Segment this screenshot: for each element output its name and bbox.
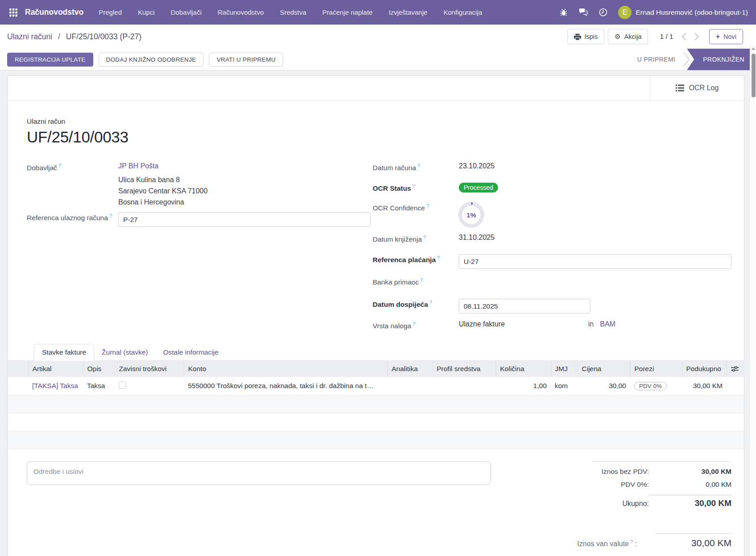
apps-grid-icon[interactable] — [8, 7, 19, 18]
printer-icon — [574, 33, 581, 40]
stage-draft[interactable]: U PRIPREMI — [637, 56, 683, 63]
col-konto[interactable]: Konto — [184, 361, 387, 377]
stage-posted[interactable]: PROKNJIŽEN — [687, 49, 756, 70]
control-panel: Ulazni računi / UF/25/10/0033 (P-27) Isp… — [0, 25, 756, 49]
scrollbar-thumb[interactable] — [752, 54, 756, 97]
help-icon: ? — [417, 163, 420, 168]
ocr-log-label: OCR Log — [689, 84, 719, 92]
ocr-status-label: OCR Status? — [373, 183, 459, 192]
nav-item-racunovodstvo[interactable]: Računovodstvo — [218, 8, 264, 16]
payment-ref-input[interactable] — [459, 254, 731, 269]
user-name: Ernad Husremović (odoo-bringout-1) — [636, 8, 748, 17]
quantity-cell: 1,00 — [496, 377, 551, 396]
product-link[interactable]: [TAKSA] Taksa — [32, 382, 78, 389]
pager: 1 / 1 — [660, 33, 699, 41]
page-title: UF/25/10/0033 — [27, 128, 731, 146]
due-date-input[interactable] — [459, 299, 590, 314]
user-menu[interactable]: E Ernad Husremović (odoo-bringout-1) — [618, 6, 748, 19]
table-row[interactable]: [TAKSA] Taksa Taksa 5550000 Troškovi por… — [8, 377, 744, 396]
breadcrumb-separator: / — [54, 32, 64, 41]
scrollbar[interactable] — [750, 45, 756, 556]
help-icon: ? — [109, 213, 112, 218]
col-jmj[interactable]: JMJ — [551, 361, 577, 377]
untaxed-amount-label: Iznos bez PDV: — [592, 468, 649, 476]
table-header-row: Artikal Opis Zavisni troškovi Konto Anal… — [8, 361, 744, 377]
bug-icon[interactable] — [559, 8, 568, 17]
form-card: OCR Log Ulazni račun UF/25/10/0033 Dobav… — [7, 75, 744, 556]
add-credit-note-button[interactable]: DODAJ KNJIŽNO ODOBRENJE — [99, 53, 204, 67]
nav-item-sredstva[interactable]: Sredstva — [280, 8, 306, 16]
nav-item-konfiguracija[interactable]: Konfiguracija — [444, 8, 482, 16]
stage-pipeline: U PRIPREMI PROKNJIŽEN — [637, 49, 756, 70]
col-cijena[interactable]: Cijena — [577, 361, 630, 377]
line-items-table: Artikal Opis Zavisni troškovi Konto Anal… — [8, 361, 744, 396]
statusbar: REGISTRACIJA UPLATE DODAJ KNJIŽNO ODOBRE… — [0, 49, 756, 71]
journal-label: Vrsta naloga? — [373, 320, 459, 330]
ocr-log-button[interactable]: OCR Log — [650, 76, 744, 100]
tab-other-info[interactable]: Ostale informacije — [155, 344, 226, 361]
tax-amount-value: 0,00 KM — [649, 481, 731, 489]
tab-invoice-lines[interactable]: Stavke fakture — [34, 344, 94, 361]
col-analitika[interactable]: Analitika — [387, 361, 432, 377]
chat-icon[interactable] — [579, 8, 588, 17]
col-profil-sredstva[interactable]: Profil sredstva — [432, 361, 496, 377]
action-button[interactable]: ⚙ Akcija — [608, 29, 648, 44]
price-cell: 30,00 — [577, 377, 630, 396]
currency-link[interactable]: BAM — [600, 320, 615, 328]
pager-value: 1 / 1 — [660, 33, 673, 41]
vendor-address-line: Ulica Kulina bana 8 — [118, 174, 373, 185]
col-zavisni-troskovi[interactable]: Zavisni troškovi — [115, 361, 184, 377]
app-brand[interactable]: Računovodstvo — [25, 8, 83, 17]
uom-cell: kom — [551, 377, 577, 396]
col-artikal[interactable]: Artikal — [28, 361, 83, 377]
register-payment-button[interactable]: REGISTRACIJA UPLATE — [7, 53, 93, 67]
scrollbar-up-icon[interactable] — [751, 47, 756, 50]
ocr-confidence-label: OCR Confidence? — [373, 202, 459, 227]
vendor-ref-input[interactable] — [118, 212, 370, 227]
ocr-confidence-value: 1% — [461, 205, 481, 225]
clock-icon[interactable] — [598, 8, 607, 17]
help-icon: ? — [423, 234, 426, 240]
breadcrumb-parent-link[interactable]: Ulazni računi — [7, 32, 52, 41]
new-button[interactable]: + Novi — [709, 29, 743, 44]
help-icon: ? — [429, 300, 432, 305]
nav-item-pracenje-naplate[interactable]: Praćenje naplate — [322, 8, 373, 16]
print-label: Ispis — [585, 33, 598, 40]
vendor-ref-label: Referenca ulaznog računa? — [27, 212, 118, 227]
tab-journal-items[interactable]: Žurnal (stavke) — [94, 344, 155, 361]
pager-prev-button[interactable] — [681, 33, 686, 41]
row-settings-cell — [727, 377, 744, 396]
invoice-date-value[interactable]: 23.10.2025 — [459, 162, 731, 172]
accounting-date-value[interactable]: 31.10.2025 — [459, 234, 731, 243]
gear-icon: ⚙ — [615, 33, 620, 41]
recipient-bank-value[interactable] — [459, 276, 731, 287]
untaxed-amount-value: 30,00 KM — [649, 468, 731, 476]
main-menu: Pregled Kupci Dobavljači Računovodstvo S… — [99, 8, 482, 16]
stage-chevron-icon — [682, 51, 690, 67]
action-label: Akcija — [624, 33, 642, 40]
empty-row — [8, 431, 744, 449]
invoice-date-label: Datum računa? — [373, 162, 459, 172]
nav-item-pregled[interactable]: Pregled — [99, 8, 122, 16]
nav-item-izvjestavanje[interactable]: Izvještavanje — [389, 8, 428, 16]
empty-row — [8, 396, 744, 414]
terms-input[interactable] — [27, 461, 491, 485]
pager-next-button[interactable] — [694, 33, 699, 41]
form-sheet: Ulazni račun UF/25/10/0033 Dobavljač? JP… — [8, 100, 744, 330]
column-settings-button[interactable] — [727, 361, 744, 377]
print-button[interactable]: Ispis — [567, 29, 605, 44]
nav-item-dobavljaci[interactable]: Dobavljači — [171, 8, 202, 16]
journal-value[interactable]: Ulazne fakture — [459, 320, 588, 328]
nav-item-kupci[interactable]: Kupci — [138, 8, 155, 16]
col-porezi[interactable]: Porezi — [630, 361, 682, 377]
col-kolicina[interactable]: Količina — [496, 361, 551, 377]
help-icon: ? — [426, 203, 429, 209]
col-opis[interactable]: Opis — [83, 361, 115, 377]
landed-cost-checkbox[interactable] — [119, 381, 126, 389]
recipient-bank-label: Banka primaoc? — [373, 276, 459, 287]
vendor-link[interactable]: JP BH Pošta — [118, 162, 373, 170]
col-podukupno[interactable]: Podukupno — [682, 361, 727, 377]
reset-to-draft-button[interactable]: VRATI U PRIPREMU — [209, 53, 283, 67]
button-box-row: OCR Log — [8, 76, 744, 100]
help-icon: ? — [412, 184, 415, 189]
